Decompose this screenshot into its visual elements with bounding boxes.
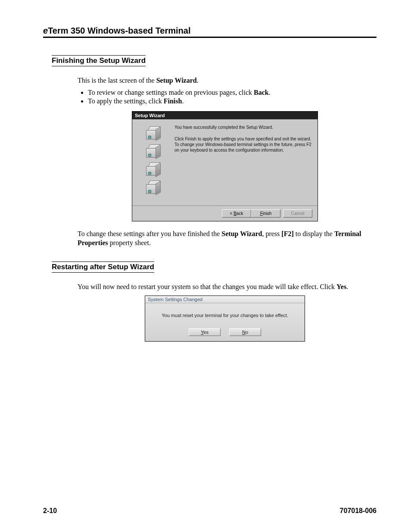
intro-list: To review or change settings made on pre… [78, 89, 372, 105]
page-number: 2-10 [43, 507, 57, 515]
page-header: eTerm 350 Windows-based Terminal [43, 26, 377, 55]
dialog-titlebar: System Settings Changed [145, 296, 305, 303]
section-heading-restarting: Restarting after Setup Wizard [52, 261, 154, 273]
terminal-icon [146, 126, 161, 141]
page-footer: 2-10 707018-006 [43, 507, 377, 515]
no-button[interactable]: No [229, 328, 261, 336]
system-settings-dialog: System Settings Changed You must reset y… [145, 296, 305, 342]
intro-paragraph: This is the last screen of the Setup Wiz… [78, 76, 372, 85]
wizard-msg-1: You have successfully completed the Setu… [174, 124, 311, 130]
header-prefix: e [43, 26, 48, 35]
header-rule [43, 37, 377, 38]
list-item: To review or change settings made on pre… [88, 89, 372, 96]
terminal-icon [146, 180, 161, 195]
wizard-titlebar: Setup Wizard [132, 112, 318, 119]
restart-paragraph: You will now need to restart your system… [78, 282, 372, 292]
list-item: To apply the settings, click Finish. [88, 97, 372, 105]
terminal-icon [146, 162, 161, 177]
wizard-msg-2: Click Finish to apply the settings you h… [174, 136, 311, 153]
document-number: 707018-006 [340, 507, 377, 515]
yes-button[interactable]: Yes [189, 328, 221, 336]
wizard-sidebar-icons [138, 124, 168, 202]
section-heading-finishing: Finishing the Setup Wizard [52, 55, 146, 66]
wizard-button-row: < Back Finish Cancel [132, 205, 318, 221]
wizard-body-text: You have successfully completed the Setu… [174, 124, 311, 202]
back-button[interactable]: < Back [222, 209, 251, 218]
finish-button[interactable]: Finish [251, 209, 280, 218]
dialog-button-row: Yes No [145, 326, 305, 341]
dialog-message: You must reset your terminal for your ch… [145, 303, 305, 326]
header-text: Term 350 Windows-based Terminal [48, 26, 190, 35]
post-wizard-paragraph: To change these settings after you have … [78, 229, 372, 248]
header-title: eTerm 350 Windows-based Terminal [43, 26, 377, 36]
cancel-button: Cancel [283, 209, 312, 218]
setup-wizard-window: Setup Wizard You have successfully compl… [132, 111, 318, 221]
terminal-icon [146, 144, 161, 159]
